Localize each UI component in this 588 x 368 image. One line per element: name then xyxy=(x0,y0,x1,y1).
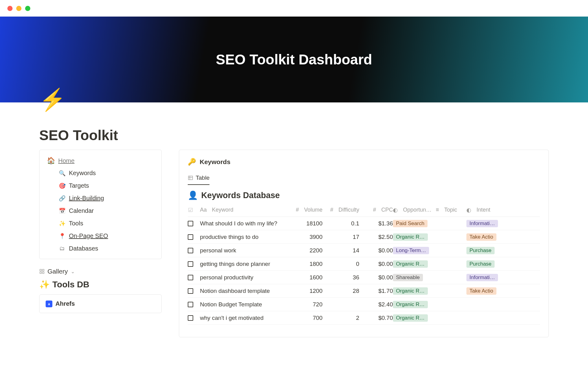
row-checkbox[interactable] xyxy=(188,315,193,321)
col-intent[interactable]: Intent xyxy=(477,207,490,213)
ahrefs-icon: a xyxy=(46,301,52,307)
row-checkbox[interactable] xyxy=(188,275,193,280)
tools-db-title[interactable]: ✨ Tools DB xyxy=(39,279,162,289)
row-checkbox[interactable] xyxy=(188,221,193,226)
cell-volume: 18100 xyxy=(286,220,322,227)
cell-cpc: $2.40 xyxy=(359,301,393,308)
table-row[interactable]: Notion Budget Template720$2.40Organic R… xyxy=(188,298,540,311)
col-opportunity[interactable]: Opportun… xyxy=(403,207,432,213)
table-row[interactable]: personal productivity160036$0.00Shareabl… xyxy=(188,271,540,284)
header-checkbox-icon: ☑ xyxy=(188,207,193,213)
svg-rect-1 xyxy=(43,269,44,271)
sidebar-item-targets[interactable]: 🎯 Targets xyxy=(59,182,154,189)
hero-title: SEO Toolkit Dashboard xyxy=(216,51,372,68)
sidebar-item-on-page-seo[interactable]: 📍 On-Page SEO xyxy=(59,232,154,240)
sidebar-item-label: On-Page SEO xyxy=(69,232,108,240)
svg-rect-3 xyxy=(43,272,44,274)
hash-icon: # xyxy=(373,207,376,213)
page-icon-lightning[interactable]: ⚡ xyxy=(39,87,66,112)
cell-keyword: Notion Budget Template xyxy=(200,301,286,308)
sidebar-item-label: Link-Building xyxy=(69,195,104,202)
col-volume[interactable]: Volume xyxy=(304,207,322,213)
row-checkbox[interactable] xyxy=(188,248,193,253)
cell-cpc: $0.70 xyxy=(359,315,393,321)
home-label: Home xyxy=(58,157,74,164)
cell-cpc: $1.36 xyxy=(359,220,393,227)
cell-keyword: getting things done planner xyxy=(200,261,286,267)
cell-intent: Take Actio xyxy=(466,233,503,241)
cell-keyword: What should I do with my life? xyxy=(200,220,286,227)
table-row[interactable]: productive things to do390017$2.50Organi… xyxy=(188,230,540,244)
tab-label: Table xyxy=(196,174,209,181)
col-difficulty[interactable]: Difficulty xyxy=(338,207,359,213)
cell-opportunity: Organic R… xyxy=(393,233,436,241)
sidebar-home-link[interactable]: 🏠 Home xyxy=(47,157,154,165)
gallery-icon xyxy=(39,269,45,274)
cell-volume: 720 xyxy=(286,301,322,308)
cell-difficulty: 28 xyxy=(322,288,359,294)
person-search-icon: 👤 xyxy=(188,190,198,200)
cell-opportunity: Shareable xyxy=(393,274,436,281)
page-title: SEO Toolkit xyxy=(39,102,549,150)
svg-rect-2 xyxy=(40,272,41,274)
select-icon: ◐ xyxy=(466,207,471,213)
cell-opportunity: Organic R… xyxy=(393,287,436,295)
sidebar-item-label: Calendar xyxy=(69,207,94,214)
window-minimize-button[interactable] xyxy=(16,6,21,11)
row-checkbox[interactable] xyxy=(188,302,193,307)
table-icon xyxy=(188,175,193,181)
cell-keyword: Notion dashboard template xyxy=(200,288,286,294)
cell-volume: 1200 xyxy=(286,288,322,294)
hero-banner: SEO Toolkit Dashboard xyxy=(0,17,588,102)
cell-volume: 700 xyxy=(286,315,322,321)
col-keyword[interactable]: Keyword xyxy=(212,207,233,213)
cell-volume: 3900 xyxy=(286,234,322,240)
cell-intent: Take Actio xyxy=(466,287,503,295)
cell-difficulty: 0.1 xyxy=(322,220,359,227)
cell-keyword: personal productivity xyxy=(200,274,286,281)
hash-icon: # xyxy=(330,207,333,213)
sidebar-item-label: Tools xyxy=(69,220,83,227)
table-row[interactable]: getting things done planner18000$0.00Org… xyxy=(188,257,540,271)
view-switch-gallery[interactable]: Gallery ⌄ xyxy=(39,268,162,275)
sidebar-item-calendar[interactable]: 📅 Calendar xyxy=(59,207,154,214)
cell-volume: 1800 xyxy=(286,261,322,267)
target-icon: 🎯 xyxy=(59,182,65,189)
sidebar-item-label: Targets xyxy=(69,182,89,189)
window-maximize-button[interactable] xyxy=(25,6,30,11)
table-row[interactable]: personal work220014$0.00Long-Term…Purcha… xyxy=(188,244,540,257)
cell-cpc: $2.50 xyxy=(359,234,393,240)
sidebar-item-tools[interactable]: ✨ Tools xyxy=(59,220,154,227)
cell-cpc: $1.70 xyxy=(359,288,393,294)
cell-difficulty: 36 xyxy=(322,274,359,281)
sparkle-icon: ✨ xyxy=(39,279,50,289)
cell-opportunity: Organic R… xyxy=(393,260,436,268)
cell-difficulty: 17 xyxy=(322,234,359,240)
keywords-table: ☑ Aa Keyword # Volume # Difficulty # CPC… xyxy=(188,203,540,325)
window-close-button[interactable] xyxy=(7,6,13,11)
cell-intent: Informati… xyxy=(466,220,503,227)
cell-intent: Informati… xyxy=(466,274,503,281)
col-topic[interactable]: Topic xyxy=(444,207,457,213)
sidebar-item-keywords[interactable]: 🔍 Keywords xyxy=(59,170,154,177)
col-cpc[interactable]: CPC xyxy=(381,207,393,213)
cell-difficulty: 2 xyxy=(322,315,359,321)
sidebar-item-link-building[interactable]: 🔗 Link-Building xyxy=(59,195,154,202)
tab-table[interactable]: Table xyxy=(188,174,209,185)
row-checkbox[interactable] xyxy=(188,288,193,294)
table-row[interactable]: Notion dashboard template120028$1.70Orga… xyxy=(188,284,540,298)
row-checkbox[interactable] xyxy=(188,234,193,240)
table-row[interactable]: why can't i get motivated7002$0.70Organi… xyxy=(188,311,540,325)
db-header-title: Keywords xyxy=(200,158,230,166)
cell-opportunity: Long-Term… xyxy=(393,247,436,254)
table-row[interactable]: What should I do with my life?181000.1$1… xyxy=(188,217,540,230)
text-type-icon: Aa xyxy=(200,207,207,213)
sidebar-item-databases[interactable]: 🗂 Databases xyxy=(59,245,154,252)
cell-keyword: why can't i get motivated xyxy=(200,315,286,321)
tool-card-ahrefs[interactable]: a Ahrefs xyxy=(39,294,162,313)
tool-name: Ahrefs xyxy=(55,300,75,307)
cell-cpc: $0.00 xyxy=(359,247,393,254)
row-checkbox[interactable] xyxy=(188,261,193,267)
cell-volume: 1600 xyxy=(286,274,322,281)
svg-rect-0 xyxy=(40,269,41,271)
